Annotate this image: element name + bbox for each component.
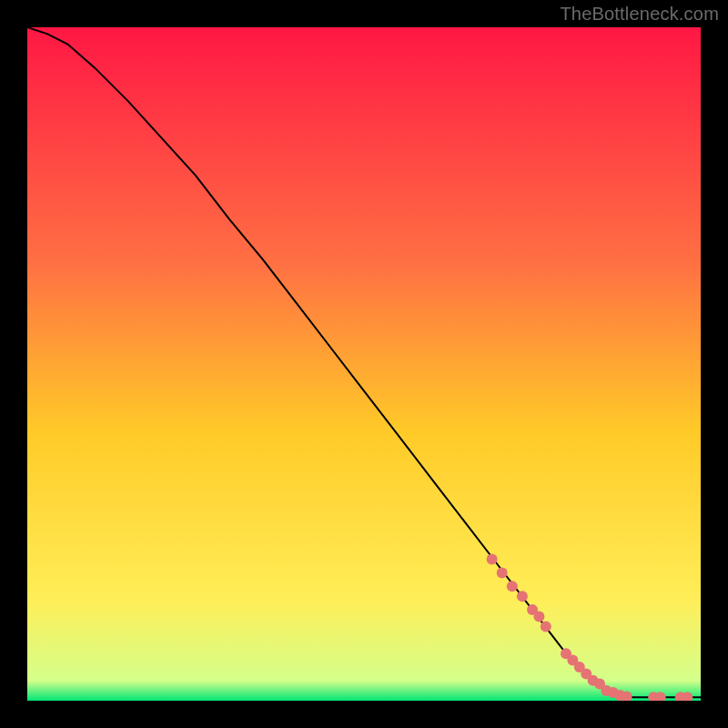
curve-marker — [541, 622, 551, 632]
curve-marker — [517, 591, 528, 602]
curve-marker — [507, 581, 518, 592]
curve-marker — [487, 554, 498, 565]
plot-background — [27, 27, 701, 701]
watermark-text: TheBottleneck.com — [560, 4, 719, 25]
curve-marker — [533, 612, 544, 622]
curve-marker — [497, 567, 508, 578]
chart-svg — [27, 27, 701, 701]
chart-stage: TheBottleneck.com — [0, 0, 728, 728]
